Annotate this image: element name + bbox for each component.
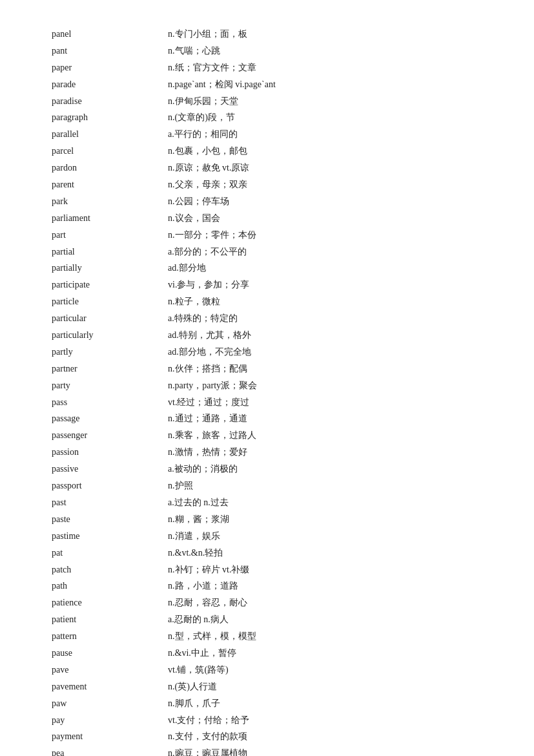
- list-item: paradisen.伊甸乐园；天堂: [32, 93, 502, 110]
- word: patient: [32, 611, 168, 628]
- word: passive: [32, 461, 168, 478]
- definition: vt.铺，筑(路等): [168, 662, 502, 678]
- definition: a.特殊的；特定的: [168, 310, 502, 327]
- word: pat: [32, 545, 168, 562]
- list-item: passagen.通过；通路，通道: [32, 410, 502, 427]
- definition: n.议会，国会: [168, 210, 502, 227]
- list-item: parceln.包裹，小包，邮包: [32, 143, 502, 160]
- definition: n.纸；官方文件；文章: [168, 59, 502, 76]
- definition: n.通过；通路，通道: [168, 410, 502, 427]
- list-item: pardonn.原谅；赦免 vt.原谅: [32, 160, 502, 176]
- list-item: passvt.经过；通过；度过: [32, 394, 502, 411]
- list-item: pean.豌豆；豌豆属植物: [32, 745, 502, 756]
- list-item: passportn.护照: [32, 478, 502, 494]
- definition: n.脚爪，爪子: [168, 695, 502, 712]
- word: past: [32, 494, 168, 511]
- word: participate: [32, 277, 168, 293]
- definition: n.激情，热情；爱好: [168, 444, 502, 461]
- word: pave: [32, 662, 168, 678]
- definition: n.忍耐，容忍，耐心: [168, 594, 502, 611]
- list-item: patn.&vt.&n.轻拍: [32, 545, 502, 562]
- definition: n.父亲，母亲；双亲: [168, 176, 502, 193]
- definition: n.型，式样，模，模型: [168, 628, 502, 645]
- list-item: pasta.过去的 n.过去: [32, 494, 502, 511]
- list-item: parliamentn.议会，国会: [32, 210, 502, 227]
- word: particle: [32, 293, 168, 310]
- definition: n.乘客，旅客，过路人: [168, 427, 502, 444]
- definition: a.平行的；相同的: [168, 126, 502, 143]
- word: passenger: [32, 427, 168, 444]
- definition: n.伊甸乐园；天堂: [168, 93, 502, 110]
- definition: n.专门小组；面，板: [168, 26, 502, 43]
- definition: a.部分的；不公平的: [168, 244, 502, 260]
- list-item: partiala.部分的；不公平的: [32, 244, 502, 260]
- word: parcel: [32, 143, 168, 160]
- definition: n.一部分；零件；本份: [168, 227, 502, 244]
- list-item: parallela.平行的；相同的: [32, 126, 502, 143]
- word: patience: [32, 594, 168, 611]
- word: party: [32, 377, 168, 394]
- definition: n.补钉；碎片 vt.补缀: [168, 562, 502, 578]
- list-item: paraden.page`ant；检阅 vi.page`ant: [32, 76, 502, 93]
- list-item: pavementn.(英)人行道: [32, 678, 502, 695]
- word: pastime: [32, 528, 168, 545]
- definition: n.公园；停车场: [168, 193, 502, 210]
- list-item: passivea.被动的；消极的: [32, 461, 502, 478]
- definition: ad.部分地，不完全地: [168, 344, 502, 361]
- word: particular: [32, 310, 168, 327]
- word: parallel: [32, 126, 168, 143]
- word: paste: [32, 511, 168, 528]
- list-item: pawn.脚爪，爪子: [32, 695, 502, 712]
- word: pass: [32, 394, 168, 411]
- list-item: pausen.&vi.中止，暂停: [32, 645, 502, 662]
- list-item: partlyad.部分地，不完全地: [32, 344, 502, 361]
- list-item: participatevi.参与，参加；分享: [32, 277, 502, 293]
- definition: ad.部分地: [168, 260, 502, 277]
- definition: n.路，小道；道路: [168, 578, 502, 594]
- definition: n.气喘；心跳: [168, 43, 502, 59]
- definition: n.护照: [168, 478, 502, 494]
- list-item: pantn.气喘；心跳: [32, 43, 502, 59]
- word: passion: [32, 444, 168, 461]
- word: pant: [32, 43, 168, 59]
- word: parent: [32, 176, 168, 193]
- word: paper: [32, 59, 168, 76]
- word: payment: [32, 728, 168, 745]
- word: pardon: [32, 160, 168, 176]
- list-item: paymentn.支付，支付的款项: [32, 728, 502, 745]
- word: part: [32, 227, 168, 244]
- list-item: patchn.补钉；碎片 vt.补缀: [32, 562, 502, 578]
- word: paradise: [32, 93, 168, 110]
- word: partly: [32, 344, 168, 361]
- definition: n.(文章的)段，节: [168, 109, 502, 126]
- list-item: pasten.糊，酱；浆湖: [32, 511, 502, 528]
- definition: vt.支付；付给；给予: [168, 712, 502, 729]
- definition: ad.特别，尤其，格外: [168, 327, 502, 344]
- definition: a.忍耐的 n.病人: [168, 611, 502, 628]
- definition: a.被动的；消极的: [168, 461, 502, 478]
- word: parade: [32, 76, 168, 93]
- definition: n.粒子，微粒: [168, 293, 502, 310]
- list-item: parentn.父亲，母亲；双亲: [32, 176, 502, 193]
- word: pea: [32, 745, 168, 756]
- word: pavement: [32, 678, 168, 695]
- definition: n.&vt.&n.轻拍: [168, 545, 502, 562]
- definition: vi.参与，参加；分享: [168, 277, 502, 293]
- word: paragraph: [32, 109, 168, 126]
- definition: n.party，party派；聚会: [168, 377, 502, 394]
- definition: n.包裹，小包，邮包: [168, 143, 502, 160]
- list-item: pastimen.消遣，娱乐: [32, 528, 502, 545]
- word: panel: [32, 26, 168, 43]
- word: partner: [32, 361, 168, 377]
- list-item: partyn.party，party派；聚会: [32, 377, 502, 394]
- list-item: payvt.支付；付给；给予: [32, 712, 502, 729]
- word: partially: [32, 260, 168, 277]
- list-item: particulara.特殊的；特定的: [32, 310, 502, 327]
- definition: n.(英)人行道: [168, 678, 502, 695]
- word: patch: [32, 562, 168, 578]
- word: pattern: [32, 628, 168, 645]
- word: pause: [32, 645, 168, 662]
- word: path: [32, 578, 168, 594]
- word: park: [32, 193, 168, 210]
- list-item: particlen.粒子，微粒: [32, 293, 502, 310]
